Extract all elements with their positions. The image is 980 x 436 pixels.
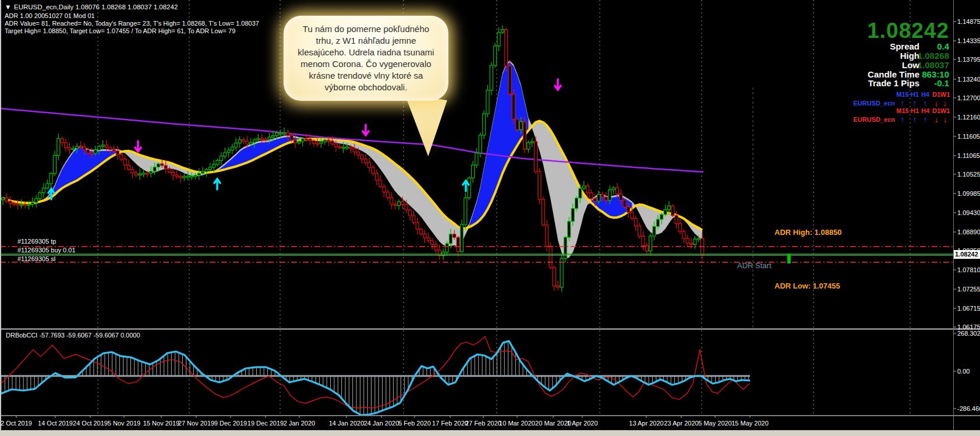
candle-body — [457, 237, 459, 251]
chart-canvas[interactable] — [0, 0, 980, 436]
candle-body — [35, 199, 38, 203]
candle-body — [271, 136, 274, 138]
candle-body — [286, 133, 289, 136]
candle-body — [409, 210, 412, 216]
candle-body — [305, 139, 308, 140]
candle-body — [164, 166, 167, 168]
candle-body — [213, 164, 215, 167]
candle-body — [697, 238, 700, 240]
candle-body — [153, 167, 156, 171]
candle-body — [268, 137, 271, 139]
adr-info-line-2: ADR Value= 81, Reached= No, Today's Rang… — [5, 20, 259, 27]
candle-body — [205, 170, 208, 172]
candle-body — [523, 121, 526, 149]
adr-info-line-1: ADR 1.00 20051027 01 Mod 01 — [5, 12, 95, 19]
candle-body — [472, 165, 475, 178]
candle-body — [208, 167, 211, 170]
mt4-chart-window: Tu nám do pomerne pokľudného trhu, z W1 … — [0, 0, 980, 436]
candle-body — [90, 153, 93, 154]
candle-body — [357, 152, 360, 155]
candle-body — [16, 204, 19, 205]
candle-body — [364, 159, 367, 163]
candle-body — [142, 173, 145, 174]
strength-down-arrow-icon: ↓ — [936, 99, 954, 108]
candle-body — [298, 141, 300, 143]
strength-tf-label: W1 — [936, 107, 954, 114]
candle-body — [72, 148, 75, 149]
candle-body — [579, 188, 582, 198]
candle-body — [501, 29, 504, 32]
candle-body — [434, 245, 437, 250]
candle-body — [571, 209, 574, 221]
candle-body — [479, 135, 482, 153]
order-buy-label[interactable]: #11269305 buy 0.01 — [17, 247, 76, 254]
candle-body — [386, 192, 389, 198]
candle-body — [535, 142, 537, 171]
candle-body — [201, 171, 204, 173]
candle-body — [420, 229, 423, 234]
quote-value-spread: 0.4 — [897, 41, 949, 51]
candle-body — [128, 165, 130, 170]
candle-body — [678, 224, 681, 232]
candle-body — [530, 142, 533, 143]
price-axis-label: 1.09430 — [957, 209, 980, 216]
comment-callout[interactable]: Tu nám do pomerne pokľudného trhu, z W1 … — [284, 16, 448, 101]
price-axis-label: 1.11605 — [957, 133, 980, 140]
callout-text: Tu nám do pomerne pokľudného trhu, z W1 … — [284, 19, 448, 99]
price-axis-label: 1.13795 — [957, 56, 980, 63]
candle-body — [68, 148, 71, 150]
candle-body — [623, 201, 626, 207]
candle-body — [38, 193, 41, 199]
candle-body — [590, 193, 593, 199]
candle-body — [634, 219, 637, 226]
candle-body — [546, 225, 549, 246]
candle-body — [372, 167, 374, 173]
candle-body — [604, 197, 607, 201]
candle-body — [157, 164, 160, 167]
symbol-dropdown-icon[interactable]: ▼ — [5, 3, 11, 10]
candle-body — [146, 173, 148, 174]
candle-body — [197, 173, 200, 175]
candle-body — [301, 139, 304, 141]
candle-body — [150, 171, 153, 173]
candle-body — [46, 184, 49, 188]
candle-body — [253, 140, 256, 142]
candle-body — [13, 203, 16, 204]
candle-body — [401, 202, 404, 204]
strength-symbol-label: EURUSD_ecn — [825, 100, 895, 107]
adr-low-label: ADR Low: 1.07455 — [774, 282, 840, 290]
candle-body — [31, 203, 34, 205]
price-axis-label: 1.06715 — [957, 305, 980, 312]
candle-body — [475, 153, 478, 165]
candle-body — [120, 154, 123, 159]
adr-info-line-3: Target High= 1.08850, Target Low= 1.0745… — [5, 27, 235, 34]
candle-body — [227, 150, 230, 153]
candle-body — [527, 143, 530, 149]
candle-body — [334, 144, 337, 147]
candle-body — [671, 206, 674, 216]
candle-body — [453, 234, 456, 238]
candle-body — [642, 236, 645, 245]
candle-body — [2, 198, 5, 200]
candle-body — [123, 159, 126, 165]
price-axis-label: 1.10525 — [957, 171, 980, 178]
candle-body — [582, 186, 585, 188]
candle-body — [538, 171, 541, 199]
candle-body — [338, 147, 341, 148]
candle-body — [342, 147, 345, 148]
strength-down-arrow-icon: ↓ — [936, 115, 954, 124]
candle-body — [383, 187, 385, 192]
indicator-pane — [0, 330, 910, 415]
candle-body — [397, 202, 400, 206]
order-sl-label[interactable]: #11269305 sl — [17, 255, 55, 262]
indicator-axis-label: 268.3022 — [957, 330, 980, 337]
candle-body — [438, 250, 441, 256]
candle-body — [346, 147, 349, 148]
candle-body — [98, 146, 101, 150]
candle-body — [516, 119, 519, 129]
candle-body — [183, 176, 186, 178]
candle-body — [331, 141, 334, 144]
date-axis-label: 2 Jan 2020 — [273, 420, 326, 427]
order-tp-label[interactable]: #11269305 tp — [17, 238, 56, 245]
price-axis-label: 1.12160 — [957, 114, 980, 121]
